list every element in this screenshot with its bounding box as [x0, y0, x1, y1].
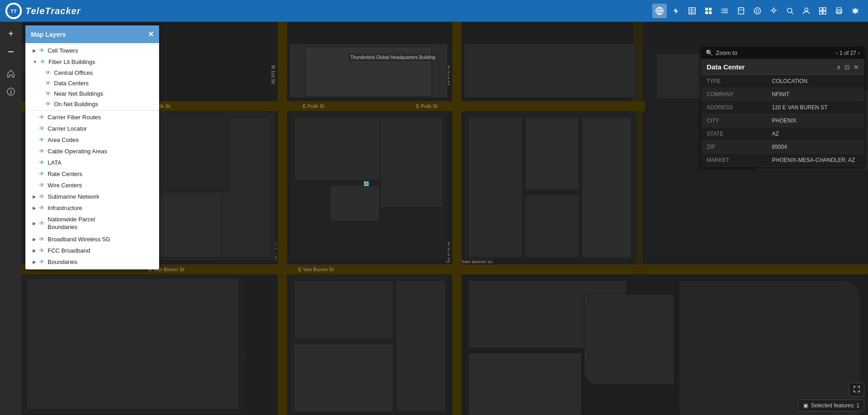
- layer-item-wire-centers[interactable]: ▶ 👁 Wire Centers: [25, 180, 159, 191]
- map-area[interactable]: E Polk St E Polk St E Polk St E Van Bure…: [22, 22, 868, 415]
- expand-icon-submarine: ▶: [33, 194, 36, 199]
- eye-icon-boundaries[interactable]: 👁: [39, 259, 45, 265]
- toolbar-list-btn[interactable]: [718, 4, 732, 18]
- svg-rect-8: [689, 8, 695, 14]
- layer-label-rate-centers: Rate Centers: [48, 171, 154, 177]
- toolbar-location-btn[interactable]: [766, 4, 781, 18]
- layer-item-infrastructure[interactable]: ▶ 👁 Infrastructure: [25, 202, 159, 214]
- layer-item-area-codes[interactable]: ▶ 👁 Area Codes: [25, 134, 159, 146]
- toolbar-print-btn[interactable]: [832, 4, 846, 18]
- zoom-next-btn[interactable]: ›: [858, 50, 860, 56]
- layer-sub-near-net[interactable]: 👁 Near Net Buildings: [25, 88, 159, 99]
- layer-item-fcc[interactable]: ▶ 👁 FCC Broadband: [25, 245, 159, 256]
- layers-close-btn[interactable]: ✕: [148, 30, 154, 39]
- layer-label-data-centers: Data Centers: [54, 80, 154, 87]
- street-label-polk-right: E Polk St: [416, 103, 438, 109]
- eye-icon-submarine[interactable]: 👁: [39, 193, 45, 200]
- layer-sub-central-offices[interactable]: 👁 Central Offices: [25, 68, 159, 78]
- zoom-out-btn[interactable]: −: [3, 44, 19, 60]
- selected-text: Selected features: 1: [811, 402, 859, 409]
- dc-field-key: ZIP: [701, 141, 766, 154]
- dc-field-value: COLOCATION: [766, 75, 864, 88]
- dc-table: TYPECOLOCATIONCOMPANYNFINITADDRESS120 E …: [701, 75, 864, 167]
- street-label-1st-st: N 1st St: [271, 65, 276, 84]
- zoom-in-btn[interactable]: +: [3, 25, 19, 42]
- layers-toolbar-btn[interactable]: [652, 4, 667, 18]
- dc-field-value: 120 E VAN BUREN ST: [766, 101, 864, 114]
- eye-icon-near-net[interactable]: 👁: [45, 90, 51, 97]
- dc-field-key: COMPANY: [701, 88, 766, 101]
- dc-actions: ∧ ⊡ ✕: [836, 63, 859, 71]
- svg-marker-38: [851, 7, 859, 15]
- layer-item-cable-areas[interactable]: ▶ 👁 Cable Operating Areas: [25, 146, 159, 157]
- layer-item-boundaries[interactable]: ▶ 👁 Boundaries: [25, 256, 159, 268]
- eye-icon-parcel[interactable]: 👁: [39, 220, 45, 227]
- eye-icon-infrastructure[interactable]: 👁: [39, 205, 45, 211]
- svg-point-24: [754, 8, 761, 14]
- eye-icon-fiber-lit[interactable]: 👁: [40, 59, 46, 65]
- dc-close-btn[interactable]: ✕: [853, 63, 859, 71]
- eye-icon-on-net[interactable]: 👁: [45, 101, 51, 107]
- layer-item-parcel[interactable]: ▶ 👁 Nationwide ParcelBoundaries: [25, 214, 159, 234]
- eye-icon-central-offices[interactable]: 👁: [45, 69, 51, 76]
- layer-item-carrier-fiber[interactable]: ▶ 👁 Carrier Fiber Routes: [25, 112, 159, 123]
- toolbar-bookmark-btn[interactable]: [734, 4, 748, 18]
- dc-field-value: PHOENIX-MESA-CHANDLER, AZ: [766, 154, 864, 167]
- toolbar-user-btn[interactable]: [799, 4, 814, 18]
- home-nav-btn[interactable]: [3, 65, 19, 82]
- eye-icon-data-centers[interactable]: 👁: [45, 80, 51, 87]
- street-label-polk-mid: E Polk St: [303, 103, 325, 109]
- eye-icon-rate-centers[interactable]: 👁: [39, 171, 45, 177]
- eye-icon-fcc[interactable]: 👁: [39, 247, 45, 254]
- dc-title: Data Center: [707, 63, 745, 71]
- svg-rect-31: [823, 8, 826, 10]
- compass-nav-btn[interactable]: [3, 83, 19, 100]
- layer-item-rate-centers[interactable]: ▶ 👁 Rate Centers: [25, 168, 159, 180]
- layer-label-wire-centers: Wire Centers: [48, 182, 154, 189]
- toolbar-expand-btn[interactable]: [815, 4, 830, 18]
- layer-sub-data-centers[interactable]: 👁 Data Centers: [25, 78, 159, 88]
- toolbar-search-btn[interactable]: [783, 4, 797, 18]
- layer-label-broadband-5g: Broadband Wireless 5G: [48, 236, 154, 243]
- layer-item-fiber-lit[interactable]: ▼ 👁 Fiber Lit Buildings: [25, 56, 159, 68]
- toolbar-table-btn[interactable]: [685, 4, 699, 18]
- eye-icon-cable-areas[interactable]: 👁: [39, 148, 45, 155]
- layer-item-lata[interactable]: ▶ 👁 LATA: [25, 157, 159, 168]
- eye-icon-lata[interactable]: 👁: [39, 159, 45, 166]
- layer-sub-on-net[interactable]: 👁 On Net Buildings: [25, 99, 159, 109]
- toolbar-circle-btn[interactable]: [750, 4, 765, 18]
- eye-icon-carrier-fiber[interactable]: 👁: [39, 114, 45, 121]
- layer-item-broadband-5g[interactable]: ▶ 👁 Broadband Wireless 5G: [25, 234, 159, 245]
- left-nav: + −: [0, 22, 22, 415]
- layer-item-cell-towers[interactable]: ▶ 👁 Cell Towers: [25, 45, 159, 56]
- eye-icon-carrier-locator[interactable]: 👁: [39, 125, 45, 132]
- eye-icon-broadband-5g[interactable]: 👁: [39, 236, 45, 243]
- dc-field-key: CITY: [701, 114, 766, 127]
- zoom-label: Zoom to: [716, 49, 833, 56]
- svg-text:TT: TT: [10, 9, 17, 14]
- svg-rect-33: [823, 11, 826, 14]
- zoom-prev-btn[interactable]: ‹: [836, 50, 838, 56]
- eye-icon-wire-centers[interactable]: 👁: [39, 182, 45, 189]
- layer-label-on-net: On Net Buildings: [54, 101, 154, 107]
- toolbar-settings-btn[interactable]: [848, 4, 863, 18]
- layers-header: Map Layers ✕: [25, 25, 159, 43]
- layer-item-carrier-locator[interactable]: ▶ 👁 Carrier Locator: [25, 123, 159, 134]
- svg-marker-7: [674, 8, 678, 14]
- toolbar-grid-btn[interactable]: [701, 4, 716, 18]
- svg-point-27: [787, 8, 792, 13]
- dc-collapse-btn[interactable]: ∧: [836, 63, 841, 71]
- zoom-total: 27: [850, 50, 856, 56]
- expand-icon-broadband-5g: ▶: [33, 237, 36, 242]
- eye-icon-area-codes[interactable]: 👁: [39, 137, 45, 143]
- toolbar-bolt-btn[interactable]: [669, 4, 683, 18]
- layer-label-submarine: Submarine Network: [48, 193, 154, 200]
- layer-item-submarine[interactable]: ▶ 👁 Submarine Network: [25, 191, 159, 202]
- layer-label-fcc: FCC Broadband: [48, 247, 154, 254]
- eye-icon-cell-towers[interactable]: 👁: [39, 47, 45, 54]
- fullscreen-btn[interactable]: [849, 383, 864, 397]
- svg-point-25: [756, 10, 759, 12]
- dc-field-value: NFINIT: [766, 88, 864, 101]
- dc-popout-btn[interactable]: ⊡: [844, 63, 850, 71]
- svg-rect-14: [705, 11, 708, 14]
